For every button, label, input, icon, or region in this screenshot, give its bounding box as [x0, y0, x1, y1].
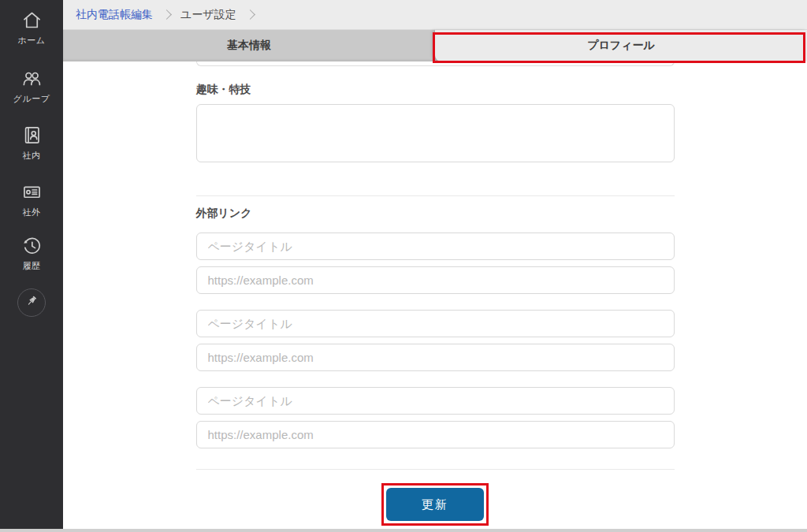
profile-form: 趣味・特技 外部リンク 更新 [63, 61, 807, 530]
sidebar: ホーム グループ 社内 [0, 0, 63, 532]
link-url-input-1[interactable] [196, 266, 675, 294]
link-title-input-3[interactable] [196, 387, 675, 415]
submit-row: 更新 [196, 483, 675, 526]
update-button[interactable]: 更新 [386, 488, 484, 521]
section-divider [196, 195, 675, 196]
tab-profile[interactable]: プロフィール [435, 30, 807, 61]
internal-directory-icon [21, 125, 43, 146]
link-title-input-1[interactable] [196, 233, 675, 260]
pin-button[interactable] [17, 288, 46, 317]
hobby-label: 趣味・特技 [196, 83, 675, 97]
link-title-input-2[interactable] [196, 310, 675, 337]
annotation-box-update-button: 更新 [381, 483, 489, 526]
partial-input-above[interactable] [196, 61, 675, 66]
chevron-right-icon [245, 9, 255, 20]
sidebar-item-label: 社外 [23, 206, 41, 218]
external-links-label: 外部リンク [196, 206, 675, 221]
tab-label: プロフィール [587, 39, 655, 53]
sidebar-pin-area [0, 288, 63, 317]
link-url-input-2[interactable] [196, 344, 675, 371]
sidebar-item-internal[interactable]: 社内 [0, 125, 63, 162]
tab-label: 基本情報 [227, 39, 271, 53]
breadcrumb-link-phonebook-edit[interactable]: 社内電話帳編集 [76, 8, 153, 22]
app-window: ホーム グループ 社内 [0, 0, 807, 532]
window-bottom-edge [0, 529, 807, 532]
sidebar-item-label: ホーム [17, 35, 45, 47]
chevron-right-icon [162, 9, 172, 20]
sidebar-item-external[interactable]: 社外 [0, 181, 63, 218]
hobby-textarea[interactable] [196, 104, 675, 162]
sidebar-item-label: グループ [13, 93, 50, 105]
sidebar-item-label: 履歴 [23, 260, 41, 272]
external-directory-icon [21, 181, 43, 203]
home-icon [21, 9, 43, 31]
link-url-input-3[interactable] [196, 421, 675, 448]
breadcrumb: 社内電話帳編集 ユーザ設定 [63, 0, 807, 30]
tab-bar: 基本情報 プロフィール [63, 30, 807, 61]
history-icon [21, 235, 43, 256]
sidebar-item-label: 社内 [23, 150, 41, 162]
sidebar-item-group[interactable]: グループ [0, 68, 63, 105]
breadcrumb-current-user-settings: ユーザ設定 [180, 8, 236, 22]
sidebar-item-history[interactable]: 履歴 [0, 235, 63, 272]
pushpin-icon [24, 293, 39, 312]
tab-basic-info[interactable]: 基本情報 [63, 30, 435, 61]
group-icon [21, 68, 43, 89]
sidebar-item-home[interactable]: ホーム [0, 9, 63, 47]
section-divider [196, 469, 675, 470]
